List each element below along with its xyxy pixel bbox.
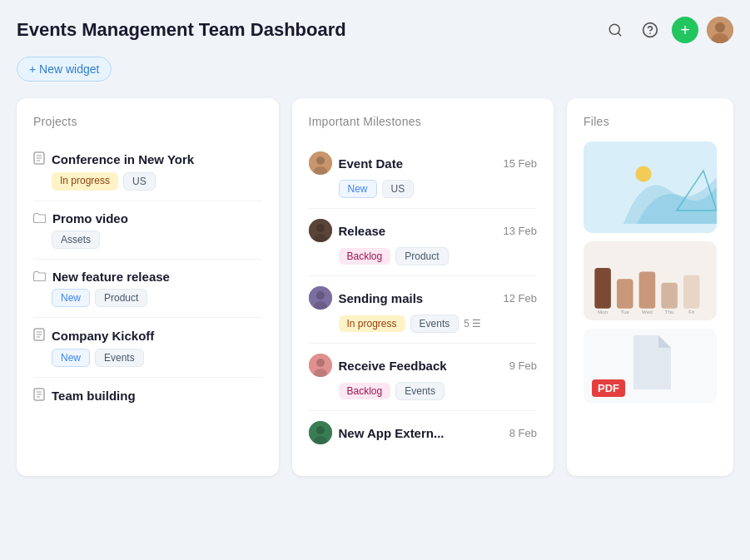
project-icon — [33, 328, 45, 344]
milestone-avatar — [309, 354, 332, 377]
avatar-face — [309, 421, 332, 444]
project-item[interactable]: Team building — [33, 378, 262, 419]
project-icon — [33, 388, 45, 404]
svg-rect-40 — [639, 271, 656, 308]
milestone-tag[interactable]: New — [339, 180, 377, 198]
svg-point-5 — [715, 22, 725, 32]
milestone-tags: NewUS — [309, 180, 538, 198]
project-item[interactable]: Promo videoAssets — [33, 201, 262, 260]
files-panel-title: Files — [584, 115, 717, 128]
milestones-panel-title: Important Milestones — [309, 115, 538, 128]
project-tag[interactable]: In progress — [52, 172, 118, 191]
add-widget-button[interactable]: + — [672, 17, 698, 43]
project-tag[interactable]: Assets — [52, 230, 100, 249]
folder-icon — [33, 212, 46, 223]
project-item[interactable]: Company KickoffNewEvents — [33, 318, 262, 378]
avatar-face — [309, 354, 332, 377]
milestone-tags: BacklogEvents — [309, 382, 538, 400]
user-avatar[interactable] — [707, 17, 733, 43]
milestone-tag[interactable]: In progress — [339, 315, 405, 332]
milestone-header: New App Extern...8 Feb — [309, 421, 538, 444]
milestone-name-text: New App Extern... — [339, 426, 445, 440]
project-name-text: Company Kickoff — [52, 329, 154, 343]
file-chart-2: Mon Tue Wed Thu Fri — [584, 241, 717, 320]
file-thumb-2[interactable]: Mon Tue Wed Thu Fri — [584, 241, 717, 320]
file-thumb-3[interactable]: PDF — [584, 329, 717, 404]
project-name-row: Promo video — [33, 211, 262, 225]
milestones-panel: Important Milestones Event Date15 FebNew… — [292, 98, 554, 476]
milestone-header: Event Date15 Feb — [309, 151, 538, 175]
dashboard-grid: Projects Conference in New YorkIn progre… — [17, 98, 733, 476]
milestone-name-text: Sending mails — [339, 291, 424, 305]
milestone-tag[interactable]: Events — [410, 315, 459, 333]
header-actions: + — [602, 17, 733, 43]
svg-rect-42 — [683, 275, 700, 309]
svg-text:Fri: Fri — [688, 309, 694, 315]
project-tag[interactable]: US — [123, 172, 156, 191]
project-tags: NewEvents — [33, 349, 262, 367]
milestone-item[interactable]: Sending mails12 FebIn progressEvents5 ☰ — [309, 276, 538, 344]
milestone-tags: BacklogProduct — [309, 247, 538, 265]
file-thumb-1[interactable] — [584, 141, 717, 233]
milestone-tag[interactable]: Backlog — [339, 383, 391, 399]
project-name-row: Conference in New York — [33, 151, 262, 167]
project-tag[interactable]: New — [52, 289, 90, 307]
project-tag[interactable]: Product — [95, 289, 147, 307]
milestone-tag[interactable]: Product — [395, 247, 448, 265]
svg-rect-41 — [661, 283, 678, 309]
milestone-sub-count: 5 ☰ — [464, 318, 481, 330]
milestone-avatar — [309, 421, 332, 444]
milestone-tags: In progressEvents5 ☰ — [309, 315, 538, 333]
project-tags: In progressUS — [33, 172, 262, 191]
project-item[interactable]: New feature releaseNewProduct — [33, 260, 262, 318]
page-header: Events Management Team Dashboard + — [17, 17, 733, 43]
milestone-item[interactable]: Receive Feedback9 FebBacklogEvents — [309, 344, 538, 411]
project-name-text: Promo video — [52, 211, 128, 225]
folder-icon — [33, 270, 46, 281]
new-widget-button[interactable]: + New widget — [17, 57, 112, 82]
milestone-date: 8 Feb — [509, 427, 537, 439]
doc-icon — [33, 151, 45, 165]
svg-text:Wed: Wed — [642, 309, 653, 315]
svg-text:Thu: Thu — [665, 309, 674, 315]
milestone-tag[interactable]: US — [382, 180, 415, 198]
milestone-header: Release13 Feb — [309, 219, 538, 242]
milestone-date: 12 Feb — [504, 292, 537, 305]
project-name-text: Conference in New York — [52, 152, 194, 166]
doc-icon — [33, 328, 45, 341]
milestone-item[interactable]: New App Extern...8 Feb — [309, 411, 538, 459]
svg-point-26 — [316, 291, 325, 300]
project-name-row: Company Kickoff — [33, 328, 262, 344]
milestone-name-text: Release — [339, 224, 386, 238]
milestone-date: 9 Feb — [509, 359, 537, 372]
avatar-face — [309, 219, 332, 242]
svg-line-1 — [618, 32, 620, 35]
svg-point-23 — [316, 224, 325, 232]
milestone-left: Receive Feedback — [309, 354, 447, 377]
project-tag[interactable]: New — [52, 349, 90, 367]
milestones-list: Event Date15 FebNewUS Release13 FebBackl… — [309, 141, 538, 459]
help-button[interactable] — [637, 17, 663, 43]
search-button[interactable] — [602, 17, 628, 43]
svg-text:Tue: Tue — [621, 309, 630, 315]
milestone-item[interactable]: Event Date15 FebNewUS — [309, 141, 538, 209]
project-icon — [33, 151, 45, 167]
milestone-tag[interactable]: Backlog — [339, 248, 391, 265]
project-name-text: Team building — [52, 389, 136, 403]
milestone-left: New App Extern... — [309, 421, 445, 444]
project-item[interactable]: Conference in New YorkIn progressUS — [33, 141, 262, 201]
milestone-name-text: Receive Feedback — [339, 359, 447, 373]
milestone-tag[interactable]: Events — [395, 382, 445, 400]
milestone-item[interactable]: Release13 FebBacklogProduct — [309, 209, 538, 276]
add-icon: + — [680, 22, 690, 38]
milestone-left: Sending mails — [309, 286, 424, 310]
pdf-label: PDF — [592, 379, 625, 397]
milestone-date: 13 Feb — [504, 225, 537, 237]
project-name-row: Team building — [33, 388, 262, 404]
project-tag[interactable]: Events — [95, 349, 144, 367]
milestone-avatar — [309, 219, 332, 242]
projects-list: Conference in New YorkIn progressUSPromo… — [33, 141, 262, 419]
projects-panel: Projects Conference in New YorkIn progre… — [17, 98, 279, 476]
svg-point-29 — [316, 359, 325, 367]
svg-point-36 — [635, 166, 651, 181]
